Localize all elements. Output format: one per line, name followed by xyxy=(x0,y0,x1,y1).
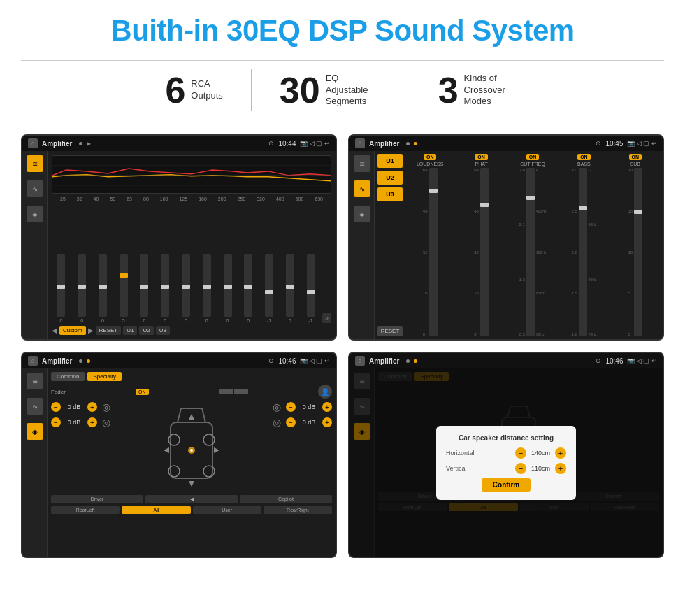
amp-bass-on[interactable]: ON xyxy=(577,154,591,160)
stat-crossover-number: 3 xyxy=(438,72,459,108)
dialog-vertical-plus[interactable]: + xyxy=(555,463,566,474)
amp-u1-btn[interactable]: U1 xyxy=(377,154,403,168)
amp-reset-btn[interactable]: RESET xyxy=(377,326,403,336)
amp-sidebar-eq-icon[interactable]: ≋ xyxy=(354,155,370,172)
speaker-right-controls: ◎ − 0 dB + ◎ − 0 dB + xyxy=(273,401,332,492)
amp-cutfreq-label: CUT FREQ xyxy=(520,162,545,166)
eq-u1-btn[interactable]: U1 xyxy=(123,326,137,335)
dialog-home-icon[interactable] xyxy=(355,356,365,366)
speaker-fl-plus[interactable]: + xyxy=(87,402,97,412)
eq-sidebar-eq-icon[interactable]: ≋ xyxy=(27,155,43,172)
speaker-rr-plus[interactable]: + xyxy=(322,417,332,427)
fader-btn-rearright[interactable]: RearRight xyxy=(264,506,332,514)
fader-sidebar-speaker-icon[interactable]: ◈ xyxy=(27,423,43,440)
fader-btn-driver[interactable]: Driver xyxy=(51,495,143,503)
fader-screen: Amplifier ⊙ 10:46 📷 ◁ ▢ ↩ ≋ ∿ ◈ Common S… xyxy=(21,352,337,558)
eq-sidebar-wave-icon[interactable]: ∿ xyxy=(27,180,43,197)
fader-tab-specialty[interactable]: Specialty xyxy=(87,372,121,381)
dialog-box: Car speaker distance setting Horizontal … xyxy=(436,426,576,500)
amp-phat-on[interactable]: ON xyxy=(475,154,488,160)
speaker-fl-minus[interactable]: − xyxy=(51,402,61,412)
amp-home-icon[interactable] xyxy=(355,138,365,148)
amp-sub-slider[interactable] xyxy=(634,168,642,336)
fader-btn-rearleft[interactable]: RearLeft xyxy=(51,506,120,514)
amp-loudness-slider[interactable] xyxy=(429,168,438,336)
stat-rca-label: RCAOutputs xyxy=(191,78,223,102)
amp-bass-label: BASS xyxy=(577,162,591,166)
eq-bottom-bar: ◀ Custom ▶ RESET U1 U2 U3 xyxy=(52,326,331,335)
amp-cutfreq-on[interactable]: ON xyxy=(526,154,540,160)
dialog-vertical-minus[interactable]: − xyxy=(515,463,526,474)
eq-slider-3: 5 xyxy=(114,254,133,323)
eq-u3-btn[interactable]: U3 xyxy=(156,326,170,335)
dialog-confirm-button[interactable]: Confirm xyxy=(482,478,531,492)
stat-crossover-label: Kinds ofCrossover Modes xyxy=(464,73,520,108)
fader-btn-arrow-left[interactable]: ◀ xyxy=(145,495,238,503)
eq-next-icon[interactable]: ▶ xyxy=(88,327,94,334)
amp-main-area: U1 U2 U3 RESET ON LOUDNESS xyxy=(375,151,663,339)
amp-bass-slider[interactable] xyxy=(579,168,587,336)
fader-btn-all[interactable]: All xyxy=(122,506,190,514)
stat-eq: 30 EQ AdjustableSegments xyxy=(252,72,410,108)
eq-status-bar: Amplifier ▶ ⊙ 10:44 📷 ◁ ▢ ↩ xyxy=(22,136,336,151)
eq-sliders-area: 0 0 0 5 xyxy=(52,204,331,323)
fader-home-icon[interactable] xyxy=(28,356,38,366)
amp-cutfreq-col: ON CUT FREQ 3.02.11.30.5 F400Hz xyxy=(508,154,557,336)
amp-dot xyxy=(406,142,410,145)
home-icon[interactable] xyxy=(28,138,38,148)
speaker-fr-icon: ◎ xyxy=(273,401,281,413)
eq-sidebar-speaker-icon[interactable]: ◈ xyxy=(27,206,43,222)
speaker-fr-minus[interactable]: − xyxy=(286,402,296,412)
fader-dot1 xyxy=(79,359,82,363)
dialog-vertical-label: Vertical xyxy=(446,465,467,472)
stat-rca-number: 6 xyxy=(165,72,185,108)
eq-expand-icon[interactable]: » xyxy=(322,313,331,323)
fader-btn-copilot[interactable]: Copilot xyxy=(240,495,332,503)
amp-screen: Amplifier ⊙ 10:45 📷 ◁ ▢ ↩ ≋ ∿ ◈ U1 xyxy=(348,134,664,341)
eq-right-icons: 📷 ◁ ▢ ↩ xyxy=(300,140,330,147)
eq-slider-8: 0 xyxy=(218,254,237,323)
eq-sidebar: ≋ ∿ ◈ xyxy=(22,151,48,339)
dialog-horizontal-minus[interactable]: − xyxy=(515,447,526,459)
speaker-fr-plus[interactable]: + xyxy=(322,402,332,412)
amp-loudness-on[interactable]: ON xyxy=(424,154,437,160)
eq-slider-7: 0 xyxy=(197,254,216,323)
speaker-rl-plus[interactable]: + xyxy=(87,417,97,427)
speaker-rl-minus[interactable]: − xyxy=(51,417,61,427)
speaker-fl-value: 0 dB xyxy=(63,403,85,410)
speaker-rr-icon: ◎ xyxy=(273,417,281,428)
dialog-horizontal-plus[interactable]: + xyxy=(555,447,566,459)
speaker-rl-icon: ◎ xyxy=(102,417,110,428)
amp-cutfreq-slider[interactable] xyxy=(526,168,535,336)
eq-slider-12: -1 xyxy=(301,254,320,323)
fader-bottom-bar: Driver ◀ Copilot xyxy=(51,495,332,503)
fader-sidebar: ≋ ∿ ◈ xyxy=(22,368,48,557)
eq-reset-btn[interactable]: RESET xyxy=(96,326,122,335)
fader-on-badge[interactable]: ON xyxy=(136,389,149,395)
fader-app-name: Amplifier xyxy=(42,357,72,365)
fader-btn-user[interactable]: User xyxy=(193,506,261,514)
eq-u2-btn[interactable]: U2 xyxy=(139,326,153,335)
fader-tabs: Common Specialty xyxy=(51,372,332,381)
eq-custom-btn[interactable]: Custom xyxy=(59,326,86,335)
fader-main-area: Common Specialty Fader ON 👤 xyxy=(48,368,336,557)
fader-sidebar-eq-icon[interactable]: ≋ xyxy=(27,373,43,389)
amp-sub-on[interactable]: ON xyxy=(629,154,642,160)
dialog-status-icons: ⊙ xyxy=(596,357,601,364)
fader-label: Fader xyxy=(51,389,66,395)
fader-tab-common[interactable]: Common xyxy=(51,372,85,381)
fader-sidebar-wave-icon[interactable]: ∿ xyxy=(27,398,43,415)
speaker-rr-minus[interactable]: − xyxy=(286,417,296,427)
eq-main-area: 2532405063 80100125160200 25032040050063… xyxy=(48,151,336,339)
speaker-fr-value: 0 dB xyxy=(298,403,320,410)
amp-u3-btn[interactable]: U3 xyxy=(377,187,403,201)
amp-bass-col: ON BASS 3.02.52.01.51.0 G90Hz80 xyxy=(559,154,608,336)
eq-screen: Amplifier ▶ ⊙ 10:44 📷 ◁ ▢ ↩ ≋ ∿ ◈ xyxy=(21,134,337,341)
amp-u2-btn[interactable]: U2 xyxy=(377,171,403,185)
amp-u-buttons: U1 U2 U3 RESET xyxy=(377,154,403,336)
amp-sidebar-speaker-icon[interactable]: ◈ xyxy=(354,206,370,222)
amp-phat-slider[interactable] xyxy=(480,168,489,336)
amp-sidebar: ≋ ∿ ◈ xyxy=(349,151,375,339)
amp-sidebar-wave-icon[interactable]: ∿ xyxy=(354,180,370,197)
eq-prev-icon[interactable]: ◀ xyxy=(52,327,57,334)
